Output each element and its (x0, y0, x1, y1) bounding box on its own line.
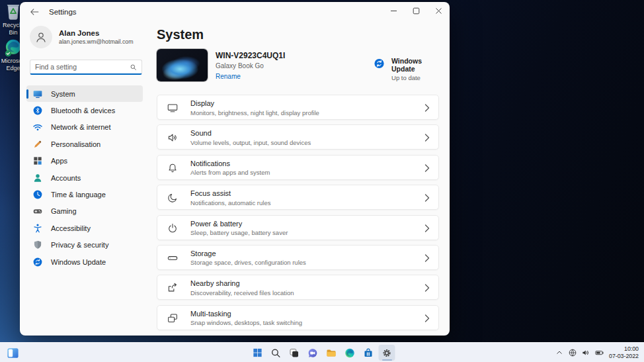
close-icon (435, 7, 442, 15)
gaming-icon (32, 206, 43, 216)
taskbar-center (249, 345, 395, 361)
network-globe-icon (568, 348, 577, 357)
windows-update-icon (32, 257, 43, 267)
chat-button[interactable] (305, 345, 321, 361)
maximize-icon (413, 7, 420, 15)
avatar (30, 26, 52, 48)
user-account[interactable]: Alan Jones alan.jones.wm@hotmail.com (30, 26, 134, 48)
device-model: Galaxy Book Go (216, 62, 285, 69)
file-explorer-icon (326, 347, 337, 359)
settings-card-storage[interactable]: Storage Storage space, drives, configura… (157, 245, 439, 270)
chevron-right-icon (424, 224, 430, 232)
focus-assist-icon (167, 192, 179, 204)
battery-icon (594, 348, 604, 357)
chevron-right-icon (424, 164, 430, 172)
sidebar-item-gaming[interactable]: Gaming (26, 203, 143, 220)
nearby-sharing-icon (167, 282, 179, 294)
settings-taskbar-button[interactable] (379, 345, 395, 361)
settings-card-multi-tasking[interactable]: Multi-tasking Snap windows, desktops, ta… (157, 305, 439, 330)
display-icon (167, 102, 179, 114)
page-title: System (157, 27, 204, 42)
tray-network-button[interactable] (566, 345, 579, 361)
store-button[interactable] (360, 345, 377, 361)
windows-update-status[interactable]: Windows Update Up to date (374, 57, 439, 81)
device-thumbnail (157, 49, 208, 81)
task-view-icon (289, 347, 300, 359)
minimize-icon (390, 7, 397, 15)
sidebar: Alan Jones alan.jones.wm@hotmail.com Sys… (20, 22, 157, 336)
widgets-button[interactable] (5, 345, 20, 361)
sidebar-item-time-language[interactable]: Time & language (26, 186, 143, 203)
tray-battery-button[interactable] (592, 345, 606, 361)
system-tray: 10:00 07-03-2022 (553, 343, 642, 362)
network-icon (32, 122, 43, 132)
device-name: WIN-V2923C4UQ1I (216, 51, 285, 60)
close-button[interactable] (427, 2, 450, 20)
settings-gear-icon (382, 347, 393, 359)
taskbar-search-button[interactable] (268, 345, 284, 361)
main-content: System WIN-V2923C4UQ1I Galaxy Book Go Re… (157, 22, 450, 336)
sync-icon (374, 57, 385, 70)
settings-card-notifications[interactable]: Notifications Alerts from apps and syste… (157, 155, 439, 180)
accounts-icon (32, 173, 43, 183)
notifications-icon (167, 162, 179, 174)
storage-icon (167, 252, 179, 264)
tray-chevron-button[interactable] (553, 345, 566, 361)
sidebar-item-personalisation[interactable]: Personalisation (26, 136, 143, 152)
store-icon (363, 347, 374, 359)
edge-icon (344, 347, 356, 359)
minimize-button[interactable] (382, 2, 405, 20)
chevron-up-icon (555, 349, 563, 357)
clock-time: 10:00 (609, 345, 639, 353)
taskbar: 10:00 07-03-2022 (0, 342, 644, 362)
accessibility-icon (32, 223, 43, 234)
sidebar-item-accounts[interactable]: Accounts (26, 169, 143, 186)
multitasking-icon (167, 312, 179, 324)
sidebar-nav: System Bluetooth & devices Network & int… (26, 85, 143, 270)
settings-card-focus-assist[interactable]: Focus assist Notifications, automatic ru… (157, 185, 439, 210)
tray-volume-button[interactable] (579, 345, 592, 361)
chevron-right-icon (424, 314, 430, 322)
sidebar-item-accessibility[interactable]: Accessibility (26, 220, 143, 236)
settings-window: Settings Alan Jones alan.jones.w (20, 2, 450, 336)
apps-icon (32, 156, 43, 166)
search-box (30, 60, 142, 75)
settings-card-nearby-sharing[interactable]: Nearby sharing Discoverability, received… (157, 275, 439, 300)
chevron-right-icon (424, 194, 430, 202)
privacy-security-icon (32, 240, 43, 250)
settings-card-sound[interactable]: Sound Volume levels, output, input, soun… (157, 124, 439, 150)
bluetooth-icon (32, 105, 43, 116)
sidebar-item-system[interactable]: System (26, 85, 143, 102)
clock-date: 07-03-2022 (609, 353, 639, 360)
window-title: Settings (49, 8, 77, 16)
sidebar-item-apps[interactable]: Apps (26, 153, 143, 169)
sound-icon (167, 132, 179, 144)
sidebar-item-bluetooth-devices[interactable]: Bluetooth & devices (26, 102, 143, 118)
settings-card-display[interactable]: Display Monitors, brightness, night ligh… (157, 95, 439, 120)
chevron-right-icon (424, 104, 430, 112)
sidebar-item-privacy-security[interactable]: Privacy & security (26, 237, 143, 253)
titlebar: Settings (20, 2, 450, 22)
task-view-button[interactable] (286, 345, 303, 361)
chevron-right-icon (424, 284, 430, 292)
back-arrow-icon (30, 8, 39, 16)
clock[interactable]: 10:00 07-03-2022 (609, 345, 639, 360)
settings-card-power-battery[interactable]: Power & battery Sleep, battery usage, ba… (157, 215, 439, 240)
user-email: alan.jones.wm@hotmail.com (59, 38, 134, 45)
settings-list: Display Monitors, brightness, night ligh… (157, 95, 439, 330)
time-language-icon (32, 189, 43, 200)
update-title: Windows Update (391, 57, 439, 73)
edge-button[interactable] (342, 345, 358, 361)
chevron-right-icon (424, 254, 430, 262)
back-button[interactable] (28, 6, 41, 18)
file-explorer-button[interactable] (323, 345, 340, 361)
start-button[interactable] (249, 345, 266, 361)
maximize-button[interactable] (405, 2, 427, 20)
device-header: WIN-V2923C4UQ1I Galaxy Book Go Rename Wi… (157, 49, 439, 82)
sidebar-item-windows-update[interactable]: Windows Update (26, 253, 143, 270)
start-icon (252, 347, 262, 358)
rename-link[interactable]: Rename (216, 73, 241, 80)
sidebar-item-network-internet[interactable]: Network & internet (26, 119, 143, 136)
search-input[interactable] (30, 63, 130, 71)
personalisation-icon (32, 139, 43, 150)
